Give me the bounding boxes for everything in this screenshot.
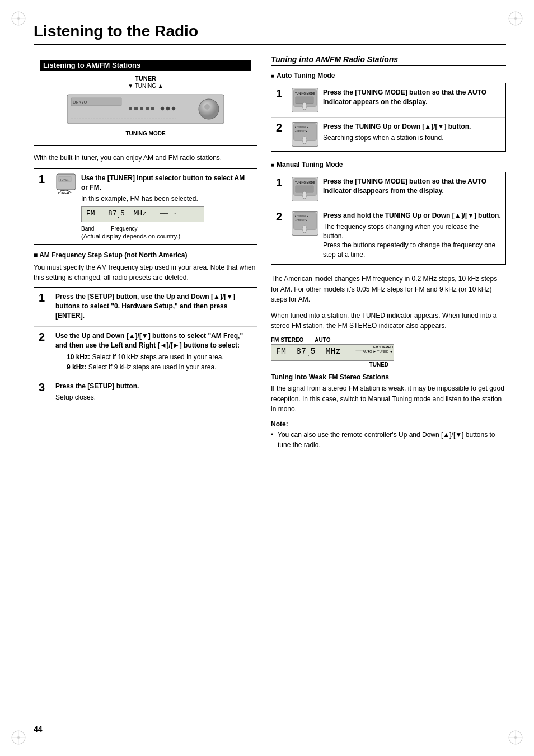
am-freq-setup-section: ■ AM Frequency Step Setup (not North Ame…	[34, 251, 257, 407]
step1-title: Use the [TUNER] input selector button to…	[81, 173, 252, 192]
am-opt2-val: Select if 9 kHz steps are used in your a…	[88, 363, 217, 371]
auto-step2-row: 2 ▼ TUNING ▲ ◄PRESET► Press the TUNING U…	[271, 118, 505, 151]
auto-label: AUTO	[315, 337, 330, 343]
fm-stereo-label: FM STEREO	[271, 337, 303, 343]
auto-step1-content: Press the [TUNING MODE] button so that t…	[323, 88, 501, 109]
svg-rect-23	[151, 107, 154, 110]
svg-text:TUNING MODE: TUNING MODE	[295, 92, 315, 95]
manual-step2-content: Press and hold the TUNING Up or Down [▲]…	[323, 211, 501, 260]
weak-fm-body: If the signal from a stereo FM station i…	[271, 383, 506, 415]
am-fm-section-box: Listening to AM/FM Stations TUNER ▼ TUNI…	[34, 55, 257, 146]
auto-tuning-mode-title: Auto Tuning Mode	[271, 72, 506, 79]
am-step3-title: Press the [SETUP] button.	[55, 382, 252, 391]
am-steps-box: 1 Press the [SETUP] button, use the Up a…	[34, 287, 257, 407]
svg-point-41	[302, 137, 307, 143]
manual-step1-num: 1	[276, 177, 287, 188]
auto-step1-num: 1	[276, 88, 287, 99]
manual-tuning-steps-box: 1 TUNING MODE Press the [TUNING MODE] bu…	[271, 172, 506, 265]
right-section-title: Tuning into AM/FM Radio Stations	[271, 55, 506, 66]
am-step2-num: 2	[39, 331, 50, 342]
left-column: Listening to AM/FM Stations TUNER ▼ TUNI…	[34, 55, 257, 450]
am-opt1-key: 10 kHz:	[67, 353, 90, 361]
am-opt1: 10 kHz: Select if 10 kHz steps are used …	[67, 352, 252, 362]
am-step3-row: 3 Press the [SETUP] button. Setup closes…	[34, 377, 257, 407]
display-labels: Band Frequency	[81, 226, 204, 232]
manual-step1-title: Press the [TUNING MODE] button so that t…	[323, 177, 501, 196]
weak-fm-title: Tuning into Weak FM Stereo Stations	[271, 373, 506, 381]
am-step3-num: 3	[39, 382, 50, 393]
am-fm-section-title: Listening to AM/FM Stations	[40, 60, 251, 71]
svg-rect-22	[146, 107, 149, 110]
select-input-steps-box: 1 TUNER TUNER Use the [TUNER] input sele…	[34, 168, 257, 245]
auto-step2-body: Searching stops when a station is found.	[323, 133, 501, 143]
tuner-diagram: TUNER ▼ TUNING ▲ ONKYO	[40, 75, 251, 137]
am-step1-num: 1	[39, 292, 50, 303]
auto-step1-title: Press the [TUNING MODE] button so that t…	[323, 88, 501, 107]
note-item: You can also use the remote controller's…	[271, 430, 506, 450]
tuner-label: TUNER	[40, 75, 251, 82]
manual-step1-row: 1 TUNING MODE Press the [TUNING MODE] bu…	[271, 172, 505, 206]
manual-step2-row: 2 ▼ TUNING ▲ ◄PRESET► Press and hold the…	[271, 206, 505, 264]
am-fm-desc: With the built-in tuner, you can enjoy A…	[34, 153, 257, 163]
manual-tuning-mode-icon: TUNING MODE	[292, 177, 318, 201]
auto-step2-title: Press the TUNING Up or Down [▲]/[▼] butt…	[323, 122, 501, 132]
tuned-label: TUNED	[271, 361, 394, 368]
svg-text:▼ TUNING ▲: ▼ TUNING ▲	[294, 126, 308, 129]
manual-step2-title: Press and hold the TUNING Up or Down [▲]…	[323, 211, 501, 220]
page-title: Listening to the Radio	[34, 22, 506, 45]
svg-point-28	[204, 104, 210, 110]
am-step3-content: Press the [SETUP] button. Setup closes.	[55, 382, 252, 402]
step-select-input: 1 TUNER TUNER Use the [TUNER] input sele…	[34, 169, 257, 244]
step1-content: Use the [TUNER] input selector button to…	[81, 173, 252, 240]
receiver-diagram-svg: ONKYO	[64, 90, 227, 128]
tuner-icon-svg: TUNER TUNER	[55, 173, 76, 194]
display-text: FM 87.5 MHz ── ·	[86, 209, 177, 219]
tuning-mode-label: TUNING MODE	[40, 130, 251, 137]
svg-point-26	[172, 107, 175, 110]
svg-text:TUNER: TUNER	[58, 191, 69, 194]
svg-point-25	[166, 107, 170, 110]
am-opt2-key: 9 kHz:	[67, 363, 86, 371]
manual-mode-label: Manual Tuning Mode	[277, 161, 343, 168]
right-column: Tuning into AM/FM Radio Stations Auto Tu…	[271, 55, 506, 450]
step-num-1: 1	[39, 173, 50, 185]
svg-text:◄PRESET►: ◄PRESET►	[294, 130, 308, 133]
tuning-arrow: ▼ TUNING ▲	[40, 83, 251, 89]
svg-point-24	[161, 107, 164, 110]
page-number: 44	[34, 725, 43, 734]
am-step2-content: Use the Up and Down [▲]/[▼] buttons to s…	[55, 331, 252, 372]
fm-display-area: FM 87.5 MHz ──· FM STEREO AUTO ► TUNED ◄	[271, 344, 394, 361]
svg-rect-20	[134, 107, 138, 110]
band-label: Band	[81, 226, 94, 232]
fm-stereo-section: FM STEREO AUTO FM 87.5 MHz ──· FM STEREO…	[271, 337, 506, 368]
am-step3-body: Setup closes.	[55, 393, 252, 402]
svg-point-37	[302, 102, 307, 109]
manual-up-down-button-icon: ▼ TUNING ▲ ◄PRESET►	[292, 211, 318, 236]
auto-step1-row: 1 TUNING MODE Press the [TUNI	[271, 83, 505, 118]
tuning-up-down-button-icon: ▼ TUNING ▲ ◄PRESET►	[292, 122, 318, 147]
am-section-title: ■ AM Frequency Step Setup (not North Ame…	[34, 251, 257, 259]
auto-step2-num: 2	[276, 122, 287, 133]
svg-text:▼ TUNING ▲: ▼ TUNING ▲	[294, 215, 308, 218]
manual-step1-content: Press the [TUNING MODE] button so that t…	[323, 177, 501, 198]
tuning-mode-button-icon: TUNING MODE	[292, 88, 318, 112]
am-opt1-val: Select if 10 kHz steps are used in your …	[92, 353, 223, 361]
weak-fm-section: Tuning into Weak FM Stereo Stations If t…	[271, 373, 506, 415]
am-step2-title: Use the Up and Down [▲]/[▼] buttons to s…	[55, 331, 252, 350]
body-text-1: The American model changes FM frequency …	[271, 274, 506, 305]
svg-text:◄PRESET►: ◄PRESET►	[294, 219, 308, 222]
svg-point-49	[302, 226, 307, 232]
fm-indicators: FM STEREO AUTO ► TUNED ◄	[363, 345, 393, 354]
auto-mode-label: Auto Tuning Mode	[277, 72, 335, 79]
svg-rect-21	[140, 107, 143, 110]
frequency-label: Frequency	[111, 226, 137, 232]
fm-display-mockup: FM 87.5 MHz ── ·	[81, 206, 204, 222]
am-step1-title: Press the [SETUP] button, use the Up and…	[55, 292, 252, 320]
auto-step2-content: Press the TUNING Up or Down [▲]/[▼] butt…	[323, 122, 501, 143]
am-opt2: 9 kHz: Select if 9 kHz steps are used in…	[67, 362, 252, 372]
am-step2-row: 2 Use the Up and Down [▲]/[▼] buttons to…	[34, 327, 257, 377]
am-step1-row: 1 Press the [SETUP] button, use the Up a…	[34, 288, 257, 327]
body-text-2: When tuned into a station, the TUNED ind…	[271, 311, 506, 331]
svg-text:TUNER: TUNER	[60, 178, 70, 181]
display-note: (Actual display depends on country.)	[81, 233, 252, 240]
